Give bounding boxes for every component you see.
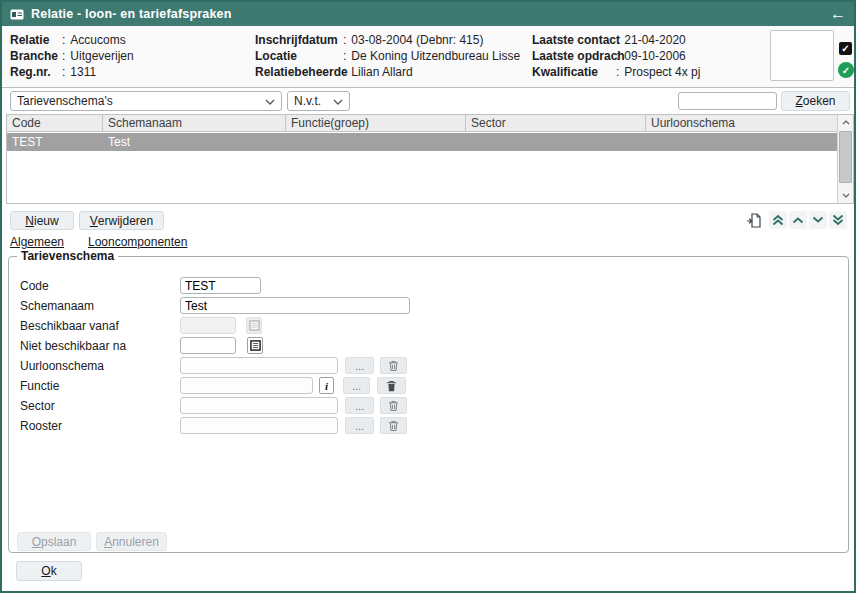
beschikbaar-vanaf-input — [180, 317, 236, 334]
filter-select[interactable]: N.v.t. — [287, 91, 350, 111]
filter-value: N.v.t. — [294, 94, 333, 108]
field-label: Inschrijfdatum — [255, 32, 343, 48]
zoeken-button[interactable]: Zoeken — [781, 91, 850, 111]
column-header-functiegroep[interactable]: Functie(groep) — [286, 115, 466, 131]
colon — [616, 64, 619, 80]
colon — [343, 32, 346, 48]
colon — [62, 32, 65, 48]
schemanaam-input[interactable] — [180, 297, 410, 314]
schemanaam-label: Schemanaam — [20, 299, 94, 313]
rooster-delete-button[interactable] — [380, 417, 407, 434]
chevron-down-icon — [265, 94, 275, 108]
field-value: 09-10-2006 — [624, 48, 685, 64]
colon — [616, 48, 619, 64]
status-ok-icon: ✓ — [838, 62, 854, 78]
schema-type-select[interactable]: Tarievenschema's — [10, 91, 282, 111]
cell-uurloonschema — [646, 133, 837, 151]
contact-card-icon — [10, 9, 24, 20]
opslaan-button[interactable]: Opslaan — [17, 532, 91, 551]
colon — [343, 64, 346, 80]
table-row-selected[interactable]: TEST Test — [7, 133, 837, 151]
field-value: De Koning Uitzendbureau Lisse — [351, 48, 520, 64]
column-header-sector[interactable]: Sector — [466, 115, 646, 131]
schema-type-value: Tarievenschema's — [17, 94, 265, 108]
cell-code: TEST — [7, 133, 103, 151]
sector-delete-button[interactable] — [380, 397, 407, 414]
sector-browse-button[interactable]: ... — [345, 397, 374, 414]
uurloonschema-label: Uurloonschema — [20, 359, 104, 373]
scroll-down-icon[interactable] — [838, 188, 853, 203]
grid-header: Code Schemanaam Functie(groep) Sector Uu… — [7, 115, 837, 132]
panel-legend: Tarievenschema — [17, 249, 118, 263]
checked-checkbox-icon[interactable]: ✓ — [839, 42, 852, 55]
rooster-input[interactable] — [180, 417, 338, 434]
relation-header: RelatieAccucoms BrancheUitgeverijen Reg.… — [2, 26, 854, 88]
rooster-label: Rooster — [20, 419, 62, 433]
calendar-icon[interactable] — [247, 337, 263, 354]
colon — [343, 48, 346, 64]
field-label: Laatste opdrach — [532, 48, 616, 64]
code-input[interactable] — [180, 277, 261, 294]
field-value: 1311 — [70, 64, 96, 80]
vertical-scrollbar[interactable] — [837, 115, 853, 203]
header-column-2: Inschrijfdatum03-08-2004 (Debnr: 415) Lo… — [255, 32, 520, 80]
functie-label: Functie — [20, 379, 59, 393]
niet-beschikbaar-na-label: Niet beschikbaar na — [20, 339, 126, 353]
field-value: Accucoms — [70, 32, 125, 48]
cell-sector — [466, 133, 646, 151]
functie-delete-button[interactable] — [377, 377, 406, 394]
list-toolbar: Tarievenschema's N.v.t. Zoeken — [2, 88, 854, 113]
last-record-icon[interactable] — [829, 211, 847, 229]
annuleren-button[interactable]: Annuleren — [96, 532, 167, 551]
photo-placeholder — [770, 30, 834, 81]
field-label: Reg.nr. — [10, 64, 62, 80]
tab-algemeen[interactable]: Algemeen — [10, 235, 64, 249]
nieuw-button[interactable]: Nieuw — [10, 211, 74, 230]
scroll-up-icon[interactable] — [838, 115, 853, 130]
app-window: Relatie - loon- en tariefafspraken ← Rel… — [0, 0, 856, 593]
field-value: 21-04-2020 — [624, 32, 685, 48]
colon — [62, 48, 65, 64]
rooster-browse-button[interactable]: ... — [345, 417, 374, 434]
field-label: Relatiebeheerde — [255, 64, 343, 80]
functie-input[interactable] — [180, 377, 313, 394]
functie-info-button[interactable]: i — [319, 377, 334, 394]
ok-button[interactable]: Ok — [16, 561, 82, 581]
new-record-icon[interactable] — [744, 211, 764, 229]
uurloonschema-input[interactable] — [180, 357, 338, 374]
titlebar: Relatie - loon- en tariefafspraken ← — [2, 2, 854, 26]
field-label: Relatie — [10, 32, 62, 48]
uurloonschema-delete-button[interactable] — [380, 357, 407, 374]
verwijderen-button[interactable]: Verwijderen — [79, 211, 164, 230]
header-column-3: Laatste contact21-04-2020 Laatste opdrac… — [532, 32, 700, 80]
field-label: Kwalificatie — [532, 64, 616, 80]
previous-record-icon[interactable] — [789, 211, 807, 229]
chevron-down-icon — [333, 94, 343, 108]
niet-beschikbaar-na-input[interactable] — [180, 337, 236, 354]
field-label: Locatie — [255, 48, 343, 64]
field-value: 03-08-2004 (Debnr: 415) — [351, 32, 483, 48]
schema-grid: Code Schemanaam Functie(groep) Sector Uu… — [6, 114, 854, 204]
sector-label: Sector — [20, 399, 55, 413]
list-actions: Nieuw Verwijderen — [2, 210, 854, 234]
back-arrow-icon[interactable]: ← — [830, 6, 846, 22]
code-label: Code — [20, 279, 49, 293]
tarievenschema-panel: Tarievenschema Code Schemanaam Beschikba… — [8, 256, 849, 553]
field-value: Lilian Allard — [351, 64, 412, 80]
search-input[interactable] — [678, 92, 777, 110]
cell-schemanaam: Test — [103, 133, 286, 151]
tab-looncomponenten[interactable]: Looncomponenten — [88, 235, 202, 249]
column-header-code[interactable]: Code — [7, 115, 103, 131]
next-record-icon[interactable] — [809, 211, 827, 229]
column-header-schemanaam[interactable]: Schemanaam — [103, 115, 286, 131]
sector-input[interactable] — [180, 397, 338, 414]
first-record-icon[interactable] — [769, 211, 787, 229]
colon — [616, 32, 619, 48]
calendar-icon — [246, 317, 262, 334]
beschikbaar-vanaf-label: Beschikbaar vanaf — [20, 319, 119, 333]
scrollbar-thumb[interactable] — [839, 131, 852, 183]
uurloonschema-browse-button[interactable]: ... — [345, 357, 374, 374]
column-header-uurloonschema[interactable]: Uurloonschema — [646, 115, 837, 131]
functie-browse-button[interactable]: ... — [343, 377, 370, 394]
window-title: Relatie - loon- en tariefafspraken — [31, 7, 232, 21]
